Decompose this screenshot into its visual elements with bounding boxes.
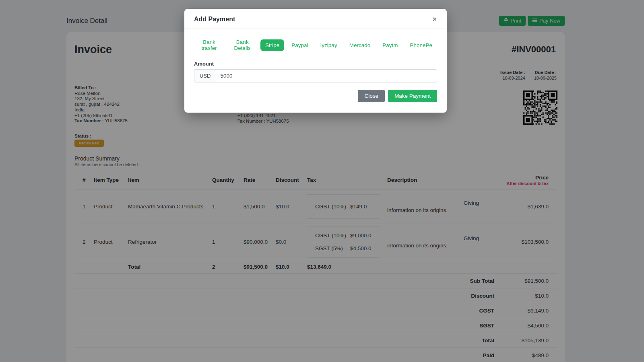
tab-phonepe[interactable]: PhonePe [405, 39, 437, 51]
close-button[interactable]: Close [358, 90, 385, 102]
tab-iyzipay[interactable]: Iyzipay [316, 39, 342, 51]
tab-paytm[interactable]: Paytm [378, 39, 402, 51]
amount-input-group: USD [194, 69, 437, 82]
amount-label: Amount [194, 61, 437, 67]
tab-bank-transfer[interactable]: Bank trasfer [194, 36, 224, 54]
modal-body: Bank trasfer Bank Details Stripe Paypal … [184, 29, 447, 82]
tab-mercado[interactable]: Mercado [345, 39, 376, 51]
currency-prefix: USD [194, 69, 216, 82]
tab-paypal[interactable]: Paypal [287, 39, 313, 51]
close-icon[interactable]: ✕ [432, 16, 437, 23]
modal-footer: Close Make Payment [184, 82, 447, 102]
amount-input[interactable] [216, 69, 437, 82]
payment-method-tabs: Bank trasfer Bank Details Stripe Paypal … [194, 36, 437, 54]
modal-title: Add Payment [194, 16, 235, 23]
add-payment-modal: Add Payment ✕ Bank trasfer Bank Details … [184, 9, 447, 113]
make-payment-button[interactable]: Make Payment [388, 90, 437, 102]
tab-stripe[interactable]: Stripe [260, 39, 284, 51]
modal-header: Add Payment ✕ [184, 9, 447, 29]
tab-bank-details[interactable]: Bank Details [227, 36, 258, 54]
